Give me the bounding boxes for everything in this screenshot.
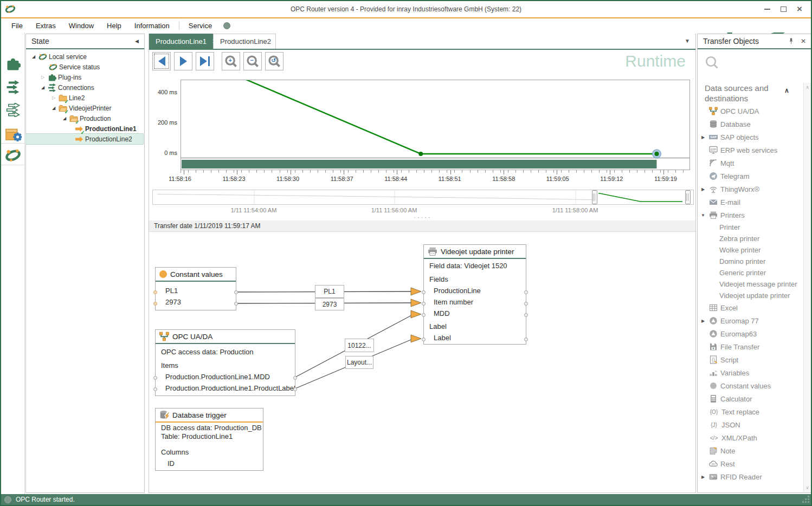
package-settings-icon[interactable] <box>5 126 22 142</box>
scrubber-left-handle[interactable] <box>592 190 597 204</box>
collapsed-icon[interactable]: ▶ <box>700 319 706 323</box>
close-panel-icon[interactable]: ✕ <box>801 37 806 45</box>
port-icon[interactable] <box>234 302 238 306</box>
to-item-email[interactable]: E-mail <box>700 196 803 209</box>
node-header[interactable]: Database trigger <box>156 408 263 423</box>
zoom-reset-button[interactable]: ↺ <box>265 52 283 70</box>
collapsed-icon[interactable]: ▷ <box>40 75 46 80</box>
to-item-variables[interactable]: Variables <box>700 366 803 379</box>
port-icon[interactable] <box>422 290 426 294</box>
zoom-out-button[interactable]: − <box>243 52 262 70</box>
tree-item-videojetprinter[interactable]: ◢ ✓ VideojetPrinter <box>26 103 144 113</box>
to-item-rfid-reader[interactable]: ▶RFID Reader <box>700 470 803 483</box>
scroll-up-icon[interactable]: ∧ <box>805 85 809 90</box>
port-icon[interactable] <box>153 290 157 294</box>
to-item-domino-printer[interactable]: Domino printer <box>700 256 803 267</box>
wire-value-layout[interactable]: Layout... <box>345 356 373 369</box>
timeline-overview[interactable] <box>152 190 694 205</box>
splitter-handle[interactable]: ····· <box>404 214 442 220</box>
collapsed-icon[interactable]: ▷ <box>50 95 57 100</box>
opc-item-mdd[interactable]: Production.ProductionLine1.MDD <box>156 371 295 382</box>
to-item-zebra-printer[interactable]: Zebra printer <box>700 233 803 244</box>
tree-item-service-status[interactable]: Service status <box>26 62 144 72</box>
node-header[interactable]: Constant values <box>156 268 236 282</box>
node-header[interactable]: Videojet update printer <box>424 245 526 259</box>
to-item-mqtt[interactable]: Mqtt <box>700 157 803 170</box>
go-to-end-button[interactable] <box>196 52 214 70</box>
scrubber-right-handle[interactable] <box>685 190 691 204</box>
to-item-generic-printer[interactable]: Generic printer <box>700 267 803 278</box>
node-header[interactable]: OPC UA/DA <box>156 330 295 344</box>
menu-information[interactable]: Information <box>128 20 176 31</box>
connections-outline-icon[interactable] <box>5 103 21 117</box>
printer-field-productionline[interactable]: ProductionLine <box>424 285 526 296</box>
to-item-videojet-message-printer[interactable]: Videojet message printer <box>700 278 803 290</box>
node-database-trigger[interactable]: Database trigger DB access data: Product… <box>155 408 263 471</box>
to-item-file-transfer[interactable]: File Transfer <box>700 340 803 353</box>
expanded-icon[interactable]: ◢ <box>40 85 46 90</box>
port-icon[interactable] <box>422 313 426 317</box>
menu-help[interactable]: Help <box>101 20 127 31</box>
port-icon[interactable] <box>524 290 528 294</box>
tree-item-plugins[interactable]: ▷ Plug-ins <box>26 72 144 82</box>
port-icon[interactable] <box>524 338 528 341</box>
tab-productionline2[interactable]: ProductionLine2 <box>213 34 276 49</box>
scroll-down-icon[interactable]: ∨ <box>805 485 809 490</box>
panel-scrollbar[interactable]: ∧ ∨ <box>803 83 811 492</box>
to-item-rest[interactable]: Rest <box>700 457 803 470</box>
to-item-constant-values[interactable]: Constant values <box>700 379 803 392</box>
collapsed-icon[interactable]: ▶ <box>700 475 706 479</box>
plugins-icon[interactable] <box>5 56 21 72</box>
node-videojet-update-printer[interactable]: Videojet update printer Field data: Vide… <box>423 244 526 345</box>
printer-field-itemnumber[interactable]: Item number <box>424 296 526 308</box>
expanded-icon[interactable]: ◢ <box>30 54 37 59</box>
tree-item-productionline1[interactable]: ✓ ProductionLine1 <box>26 124 144 134</box>
to-item-telegram[interactable]: Telegram <box>700 170 803 183</box>
port-icon[interactable] <box>234 290 238 294</box>
menu-window[interactable]: Window <box>63 20 100 31</box>
port-icon[interactable] <box>422 302 426 306</box>
menu-file[interactable]: File <box>5 20 29 31</box>
to-item-xml-xpath[interactable]: </>XML/XPath <box>700 431 803 444</box>
expanded-icon[interactable]: ▼ <box>700 213 706 218</box>
group-collapse-chevron-icon[interactable]: ∧ <box>784 87 789 94</box>
tree-item-production[interactable]: ◢ ✓ Production <box>26 113 144 124</box>
collapsed-icon[interactable]: ▶ <box>700 135 706 140</box>
resize-grip[interactable] <box>802 496 810 503</box>
tree-item-connections[interactable]: ◢ Connections <box>26 82 144 93</box>
pin-icon[interactable] <box>787 37 795 46</box>
to-item-opc-ua-da[interactable]: OPC UA/DA <box>700 105 803 118</box>
connections-solid-icon[interactable] <box>5 80 21 94</box>
collapse-panel-icon[interactable]: ◀ <box>135 38 139 44</box>
port-icon[interactable] <box>153 302 157 306</box>
to-item-sap-objects[interactable]: ▶SAP objects <box>700 131 803 144</box>
constant-row-2973[interactable]: 2973 <box>156 296 236 308</box>
step-back-button[interactable] <box>152 52 171 70</box>
to-item-wolke-printer[interactable]: Wolke printer <box>700 244 803 256</box>
node-opc-ua-da[interactable]: OPC UA/DA OPC access data: Production It… <box>155 329 295 396</box>
menu-extras[interactable]: Extras <box>30 20 62 31</box>
constant-row-pl1[interactable]: PL1 <box>156 285 236 296</box>
port-icon[interactable] <box>153 387 157 391</box>
group-data-sources[interactable]: Data sources and destinations <box>705 83 786 103</box>
to-item-thingworx[interactable]: ▶ThingWorx® <box>700 183 803 196</box>
collapsed-icon[interactable]: ▶ <box>700 187 706 192</box>
to-item-euromap77[interactable]: ▶Euromap 77 <box>700 314 803 327</box>
to-item-json[interactable]: {J}JSON <box>700 418 803 431</box>
port-icon[interactable] <box>293 387 297 391</box>
printer-field-mdd[interactable]: MDD <box>424 308 526 319</box>
to-item-erp-web-services[interactable]: ERP web services <box>700 144 803 157</box>
wire-value-pl1[interactable]: PL1 <box>315 285 344 298</box>
to-item-text-replace[interactable]: {O}Text replace <box>700 405 803 418</box>
opc-router-tab-icon[interactable] <box>5 147 21 164</box>
to-item-note[interactable]: Note <box>700 444 803 457</box>
port-icon[interactable] <box>524 302 528 306</box>
to-item-excel[interactable]: Excel <box>700 301 803 314</box>
expanded-icon[interactable]: ◢ <box>50 106 57 111</box>
opc-item-productlabel[interactable]: Production.ProductionLine1.ProductLabel <box>156 382 295 394</box>
wire-value-2973[interactable]: 2973 <box>315 298 344 310</box>
to-item-script[interactable]: Script <box>700 353 803 366</box>
port-icon[interactable] <box>422 338 426 341</box>
tree-item-productionline2[interactable]: ProductionLine2 <box>26 134 143 144</box>
db-column-id[interactable]: ID <box>156 458 263 469</box>
